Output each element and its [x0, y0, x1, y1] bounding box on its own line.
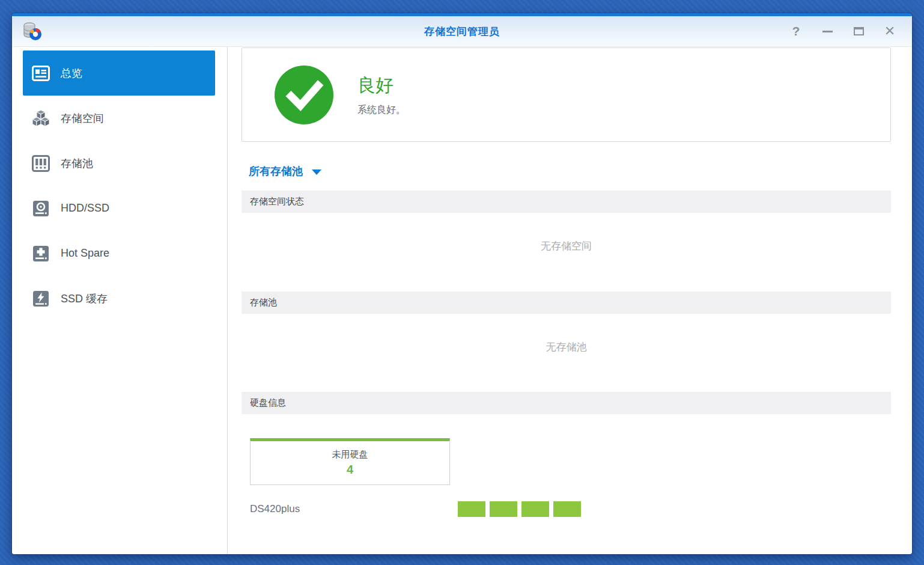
window-body: 总览	[12, 47, 912, 554]
section-header-disk-info: 硬盘信息	[242, 392, 891, 414]
sidebar-item-label: 存储池	[61, 156, 93, 171]
section-title: 存储空间状态	[250, 196, 304, 207]
window-title: 存储空间管理员	[12, 25, 912, 38]
storage-pool-icon	[31, 154, 50, 173]
health-status-title: 良好	[357, 73, 406, 98]
close-icon: ✕	[884, 23, 895, 39]
sidebar-item-ssd-cache[interactable]: SSD 缓存	[23, 276, 215, 321]
section-title: 硬盘信息	[250, 397, 286, 409]
disk-slot	[490, 501, 517, 517]
sidebar-item-hot-spare[interactable]: Hot Spare	[23, 231, 215, 276]
minimize-button[interactable]	[821, 25, 834, 38]
section-header-storage-pool: 存储池	[242, 292, 891, 314]
titlebar: 存储空间管理员 ?	[12, 16, 912, 47]
sidebar-item-label: 存储空间	[61, 111, 104, 126]
desktop-background: 存储空间管理员 ?	[0, 0, 924, 565]
device-row: DS420plus	[242, 501, 891, 517]
empty-pool-message: 无存储池	[242, 314, 891, 380]
check-circle-icon	[275, 66, 333, 124]
unused-disk-count: 4	[347, 463, 353, 477]
unused-disk-card: 未用硬盘 4	[250, 438, 450, 485]
health-card: 良好 系统良好。	[242, 47, 891, 142]
sidebar-item-overview[interactable]: 总览	[23, 50, 215, 96]
hot-spare-icon	[31, 244, 50, 263]
pool-filter-label: 所有存储池	[249, 164, 303, 179]
window-controls: ? ✕	[789, 25, 912, 38]
disk-slot	[553, 501, 581, 517]
sidebar-item-label: Hot Spare	[61, 247, 109, 260]
help-icon: ?	[792, 24, 800, 38]
disk-slot-strip	[458, 501, 581, 517]
section-title: 存储池	[250, 297, 277, 308]
sidebar-item-hdd-ssd[interactable]: HDD/SSD	[23, 186, 215, 231]
device-model-label: DS420plus	[250, 503, 300, 515]
empty-volume-message: 无存储空间	[242, 213, 891, 279]
sidebar-item-storage-pool[interactable]: 存储池	[23, 141, 215, 186]
health-text: 良好 系统良好。	[357, 73, 406, 117]
empty-volume-text: 无存储空间	[541, 239, 592, 253]
hdd-ssd-icon	[31, 199, 50, 218]
unused-disk-label: 未用硬盘	[332, 449, 368, 460]
storage-volume-icon	[31, 109, 50, 128]
section-header-volume-status: 存储空间状态	[242, 191, 891, 213]
ssd-cache-icon	[31, 289, 50, 308]
health-status-subtitle: 系统良好。	[357, 104, 406, 117]
sidebar-item-label: HDD/SSD	[61, 202, 109, 215]
sidebar-item-label: SSD 缓存	[61, 292, 108, 306]
close-button[interactable]: ✕	[883, 25, 896, 38]
minimize-icon	[822, 31, 833, 32]
empty-pool-text: 无存储池	[546, 340, 587, 354]
maximize-icon	[854, 27, 864, 35]
disk-slot	[521, 501, 549, 517]
maximize-button[interactable]	[852, 25, 865, 38]
storage-manager-window: 存储空间管理员 ?	[12, 13, 912, 554]
sidebar-item-storage-volume[interactable]: 存储空间	[23, 96, 215, 141]
main-content: 良好 系统良好。 所有存储池 存储空间状态 无存储空间 存储池	[228, 47, 912, 554]
sidebar: 总览	[12, 47, 228, 554]
disk-slot	[458, 501, 485, 517]
help-button[interactable]: ?	[789, 25, 803, 38]
chevron-down-icon	[312, 170, 321, 175]
overview-icon	[31, 64, 50, 83]
sidebar-item-label: 总览	[61, 66, 82, 81]
pool-filter-dropdown[interactable]: 所有存储池	[242, 164, 321, 179]
